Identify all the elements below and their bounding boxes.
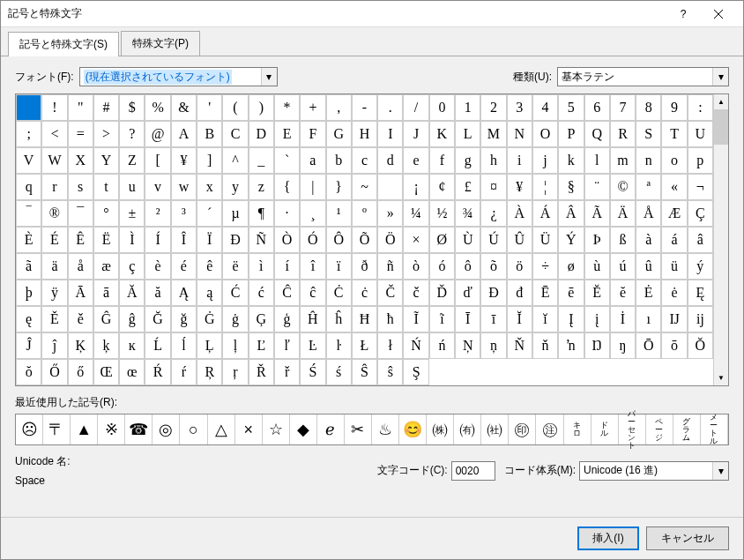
- char-cell[interactable]: ": [68, 94, 93, 121]
- char-cell[interactable]: Ā: [68, 280, 93, 306]
- from-select[interactable]: Unicode (16 進) ▾: [579, 461, 729, 481]
- grid-scrollbar[interactable]: ▲ ▼: [713, 94, 728, 385]
- char-cell[interactable]: ì: [249, 253, 274, 280]
- char-cell[interactable]: z: [249, 174, 274, 200]
- char-cell[interactable]: Ğ: [145, 306, 170, 332]
- char-cell[interactable]: 9: [661, 94, 687, 121]
- char-cell[interactable]: X: [68, 147, 93, 174]
- char-cell[interactable]: Y: [93, 147, 119, 174]
- char-cell[interactable]: ņ: [480, 332, 506, 359]
- char-cell[interactable]: g: [455, 147, 480, 174]
- char-cell[interactable]: T: [661, 121, 687, 147]
- recent-cell[interactable]: ○: [180, 414, 207, 444]
- char-cell[interactable]: (: [222, 94, 248, 121]
- char-cell[interactable]: R: [610, 121, 636, 147]
- char-cell[interactable]: ¥: [507, 174, 532, 200]
- char-cell[interactable]: %: [145, 94, 170, 121]
- recent-cell[interactable]: ドル: [591, 414, 619, 444]
- char-cell[interactable]: q: [16, 174, 41, 200]
- scroll-thumb[interactable]: [714, 109, 728, 145]
- char-cell[interactable]: ß: [610, 227, 636, 253]
- char-cell[interactable]: ń: [429, 332, 455, 359]
- char-cell[interactable]: Ð: [222, 227, 248, 253]
- char-cell[interactable]: ă: [145, 280, 170, 306]
- char-cell[interactable]: Ė: [636, 280, 661, 306]
- char-cell[interactable]: t: [93, 174, 119, 200]
- char-cell[interactable]: ā: [93, 280, 119, 306]
- char-cell[interactable]: N: [507, 121, 532, 147]
- char-cell[interactable]: í: [274, 253, 300, 280]
- char-cell[interactable]: p: [688, 147, 713, 174]
- char-cell[interactable]: F: [300, 121, 325, 147]
- char-cell[interactable]: Ŏ: [688, 332, 713, 359]
- char-cell[interactable]: °: [93, 200, 119, 227]
- char-cell[interactable]: ²: [145, 200, 170, 227]
- char-cell[interactable]: :: [688, 94, 713, 121]
- char-cell[interactable]: b: [326, 147, 352, 174]
- char-cell[interactable]: Ĵ: [16, 332, 41, 359]
- char-cell[interactable]: Ô: [326, 227, 352, 253]
- char-cell[interactable]: Á: [532, 200, 558, 227]
- char-cell[interactable]: ): [249, 94, 274, 121]
- char-cell[interactable]: Ñ: [249, 227, 274, 253]
- char-cell[interactable]: Í: [145, 227, 170, 253]
- char-cell[interactable]: d: [377, 147, 403, 174]
- char-cell[interactable]: Ã: [584, 200, 610, 227]
- char-cell[interactable]: º: [352, 200, 377, 227]
- char-cell[interactable]: 0: [429, 94, 455, 121]
- char-cell[interactable]: À: [507, 200, 532, 227]
- char-cell[interactable]: «: [661, 174, 687, 200]
- char-cell[interactable]: Ņ: [455, 332, 480, 359]
- char-cell[interactable]: Ä: [610, 200, 636, 227]
- char-cell[interactable]: ħ: [377, 306, 403, 332]
- char-cell[interactable]: Ù: [455, 227, 480, 253]
- char-cell[interactable]: ^: [222, 147, 248, 174]
- char-cell[interactable]: l: [584, 147, 610, 174]
- char-cell[interactable]: Ö: [377, 227, 403, 253]
- char-cell[interactable]: Ł: [352, 332, 377, 359]
- char-cell[interactable]: Z: [119, 147, 145, 174]
- char-cell[interactable]: Î: [171, 227, 197, 253]
- char-cell[interactable]: I: [377, 121, 403, 147]
- char-cell[interactable]: Å: [636, 200, 661, 227]
- char-cell[interactable]: m: [610, 147, 636, 174]
- char-cell[interactable]: ď: [455, 280, 480, 306]
- char-cell[interactable]: Ó: [300, 227, 325, 253]
- char-cell[interactable]: ě: [68, 306, 93, 332]
- char-cell[interactable]: Ï: [197, 227, 222, 253]
- recent-cell[interactable]: ▲: [71, 414, 98, 444]
- char-cell[interactable]: â: [688, 227, 713, 253]
- char-cell[interactable]: ò: [403, 253, 428, 280]
- char-cell[interactable]: Ġ: [197, 306, 222, 332]
- tab-special[interactable]: 特殊文字(P): [121, 31, 200, 56]
- char-cell[interactable]: Ò: [274, 227, 300, 253]
- char-cell[interactable]: ċ: [352, 280, 377, 306]
- char-cell[interactable]: å: [68, 253, 93, 280]
- char-cell[interactable]: Į: [558, 306, 584, 332]
- recent-cell[interactable]: ◆: [290, 414, 317, 444]
- char-cell[interactable]: Ŗ: [197, 359, 222, 385]
- char-cell[interactable]: ÷: [532, 253, 558, 280]
- char-cell[interactable]: Ĥ: [300, 306, 325, 332]
- char-cell[interactable]: Ŝ: [352, 359, 377, 385]
- help-button[interactable]: ?: [666, 2, 701, 26]
- char-cell[interactable]: ś: [326, 359, 352, 385]
- char-cell[interactable]: [: [145, 147, 170, 174]
- char-cell[interactable]: Œ: [93, 359, 119, 385]
- char-cell[interactable]: e: [403, 147, 428, 174]
- recent-cell[interactable]: ◎: [153, 414, 180, 444]
- char-cell[interactable]: Ë: [93, 227, 119, 253]
- char-cell[interactable]: ¶: [249, 200, 274, 227]
- char-cell[interactable]: ļ: [222, 332, 248, 359]
- char-cell[interactable]: M: [480, 121, 506, 147]
- char-cell[interactable]: v: [145, 174, 170, 200]
- close-button[interactable]: [701, 2, 736, 26]
- font-select[interactable]: (現在選択されているフォント) ▾: [79, 67, 278, 86]
- char-cell[interactable]: `: [274, 147, 300, 174]
- char-cell[interactable]: C: [222, 121, 248, 147]
- char-cell[interactable]: ĺ: [171, 332, 197, 359]
- char-cell[interactable]: 6: [584, 94, 610, 121]
- char-cell[interactable]: Ś: [300, 359, 325, 385]
- tab-symbols[interactable]: 記号と特殊文字(S): [8, 32, 119, 56]
- char-cell[interactable]: Č: [377, 280, 403, 306]
